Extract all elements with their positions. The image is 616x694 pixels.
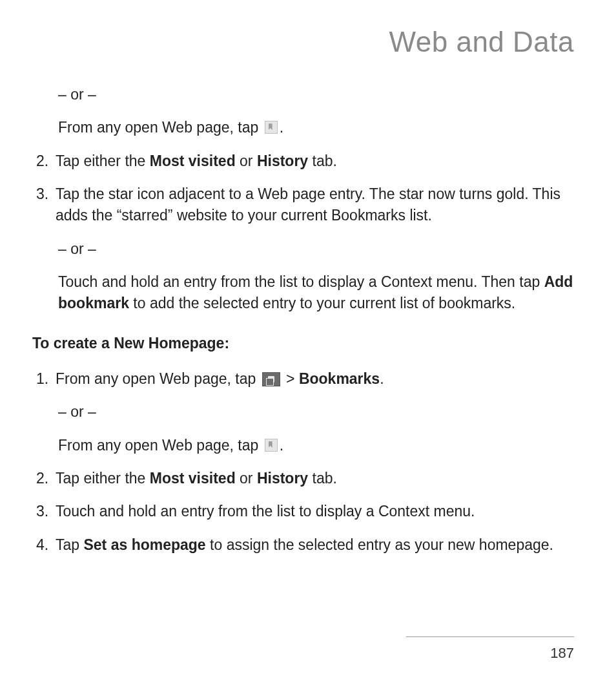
text: Tap — [56, 536, 83, 553]
text: . — [280, 437, 283, 454]
step-2b: 2. Tap either the Most visited or Histor… — [32, 468, 574, 489]
text: Touch and hold an entry from the list to… — [56, 501, 574, 522]
bookmark-icon — [265, 439, 278, 452]
text: From any open Web page, tap — [58, 119, 263, 136]
page-footer: 187 — [406, 636, 574, 662]
step-3b: 3. Touch and hold an entry from the list… — [32, 501, 574, 522]
step-3: 3. Tap the star icon adjacent to a Web p… — [32, 184, 574, 227]
text: Tap either the — [56, 152, 150, 169]
step-number: 4. — [32, 534, 56, 556]
manual-page: Web and Data – or – From any open Web pa… — [0, 0, 616, 694]
text: > — [282, 370, 299, 387]
text: to add the selected entry to your curren… — [129, 295, 515, 311]
text: or — [236, 470, 257, 487]
step-number: 3. — [32, 184, 56, 227]
step-2: 2. Tap either the Most visited or Histor… — [32, 151, 574, 172]
text: or — [236, 152, 257, 169]
text: . — [280, 119, 283, 136]
step-4: 4. Tap Set as homepage to assign the sel… — [32, 534, 574, 556]
text: Touch and hold an entry from the list to… — [58, 273, 544, 290]
step-number: 2. — [32, 151, 56, 172]
bold-text: Bookmarks — [299, 370, 380, 387]
page-number: 187 — [406, 645, 574, 662]
body-content: – or – From any open Web page, tap . 2. … — [32, 84, 574, 556]
section-heading: To create a New Homepage: — [32, 333, 574, 354]
text: Tap either the — [56, 470, 150, 487]
bold-text: Most visited — [150, 470, 236, 487]
text: to assign the selected entry as your new… — [206, 536, 553, 553]
footer-divider — [406, 636, 574, 637]
menu-icon — [262, 372, 280, 386]
bold-text: History — [257, 470, 308, 487]
bold-text: Set as homepage — [83, 536, 205, 553]
text: From any open Web page, tap — [58, 437, 263, 454]
bold-text: History — [257, 152, 308, 169]
text: From any open Web page, tap — [56, 370, 260, 387]
text: . — [380, 370, 384, 387]
page-title: Web and Data — [32, 26, 574, 58]
instruction-line: Touch and hold an entry from the list to… — [58, 271, 574, 315]
text: tab. — [308, 152, 337, 169]
instruction-line: From any open Web page, tap . — [58, 435, 574, 456]
step-number: 3. — [32, 501, 56, 522]
or-divider: – or – — [58, 84, 574, 105]
or-divider: – or – — [58, 401, 574, 423]
step-number: 1. — [32, 368, 56, 390]
instruction-line: From any open Web page, tap . — [58, 117, 574, 138]
text: tab. — [308, 470, 337, 487]
bookmark-icon — [265, 121, 278, 134]
bold-text: Most visited — [150, 152, 236, 169]
step-number: 2. — [32, 468, 56, 489]
step-1: 1. From any open Web page, tap > Bookmar… — [32, 368, 574, 390]
text: Tap the star icon adjacent to a Web page… — [56, 184, 574, 227]
or-divider: – or – — [58, 238, 574, 260]
